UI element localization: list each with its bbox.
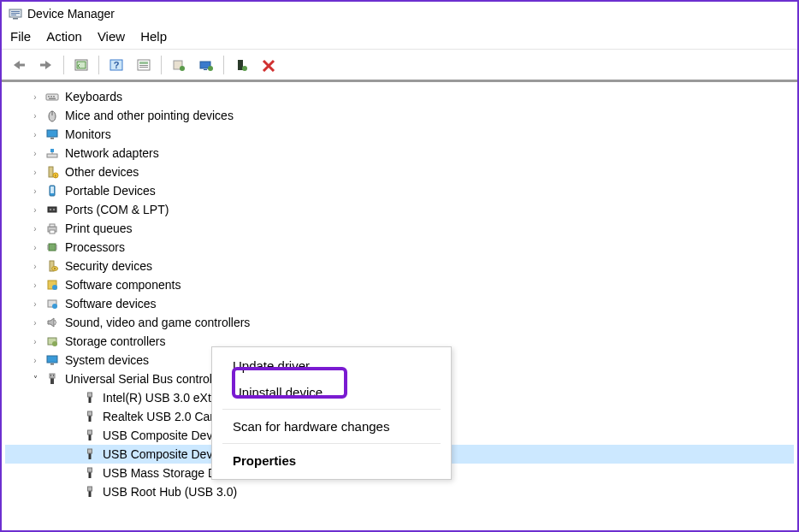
expand-chevron-icon[interactable]: › — [31, 205, 39, 215]
tree-device-label: USB Root Hub (USB 3.0) — [103, 485, 237, 499]
expand-chevron-icon[interactable]: › — [31, 281, 39, 290]
expand-chevron-icon[interactable]: › — [31, 92, 39, 102]
keyboard-icon — [44, 90, 60, 103]
tree-category[interactable]: ›Portable Devices — [5, 181, 794, 200]
tree-category-label: Network adapters — [65, 146, 159, 160]
menubar: File Action View Help — [2, 26, 797, 50]
tree-category[interactable]: ›Software devices — [5, 294, 794, 313]
tree-category-label: Processors — [65, 240, 125, 254]
svg-point-58 — [52, 304, 57, 309]
context-separator — [222, 409, 441, 410]
tree-category[interactable]: ›Monitors — [5, 125, 794, 144]
tree-category-label: Portable Devices — [65, 184, 156, 198]
tree-category[interactable]: ›!Other devices — [5, 163, 794, 181]
device-manager-icon — [9, 7, 22, 21]
swcomp-icon — [44, 278, 60, 292]
svg-rect-45 — [49, 244, 56, 251]
svg-rect-4 — [11, 15, 16, 15]
tree-device-label: Intel(R) USB 3.0 eXten — [103, 391, 224, 405]
tree-category-label: Other devices — [65, 165, 139, 179]
tree-category-label: Mice and other pointing devices — [65, 109, 234, 122]
usb-device-icon — [82, 429, 98, 442]
context-uninstall-device[interactable]: Uninstall device — [212, 379, 451, 405]
expand-chevron-icon[interactable]: › — [31, 356, 39, 365]
forward-button[interactable] — [34, 54, 58, 76]
tree-category[interactable]: ›Mice and other pointing devices — [5, 106, 794, 125]
context-menu: Update driver Uninstall device Scan for … — [211, 346, 452, 480]
svg-rect-34 — [49, 167, 53, 177]
scan-hardware-button[interactable] — [194, 54, 218, 76]
svg-rect-12 — [139, 62, 148, 64]
svg-rect-68 — [88, 393, 92, 397]
svg-rect-23 — [48, 96, 50, 98]
svg-rect-74 — [88, 449, 92, 453]
expand-chevron-icon[interactable]: › — [31, 318, 39, 328]
expand-chevron-icon[interactable]: › — [31, 299, 39, 309]
expand-chevron-icon[interactable]: › — [31, 149, 39, 158]
other-icon: ! — [44, 165, 60, 179]
expand-chevron-icon[interactable]: ˅ — [31, 375, 39, 384]
expand-chevron-icon[interactable]: › — [31, 130, 39, 139]
svg-rect-29 — [47, 130, 57, 137]
network-icon — [44, 146, 60, 160]
titlebar: Device Manager — [2, 2, 797, 26]
expand-chevron-icon[interactable]: › — [31, 224, 39, 233]
svg-rect-2 — [11, 11, 20, 12]
menu-help[interactable]: Help — [140, 29, 167, 44]
svg-rect-78 — [88, 487, 92, 491]
expand-chevron-icon[interactable]: › — [31, 337, 39, 346]
menu-action[interactable]: Action — [46, 29, 82, 44]
tree-category[interactable]: ›Processors — [5, 238, 794, 257]
show-hide-console-button[interactable] — [69, 54, 93, 76]
svg-rect-5 — [19, 63, 25, 66]
expand-chevron-icon[interactable]: › — [31, 168, 39, 177]
enable-device-button[interactable] — [229, 54, 253, 76]
tree-category[interactable]: ›Ports (COM & LPT) — [5, 200, 794, 219]
toolbar-separator — [161, 56, 162, 74]
action-button[interactable] — [132, 54, 156, 76]
svg-rect-44 — [50, 230, 55, 233]
system-icon — [44, 353, 60, 367]
update-driver-button[interactable] — [167, 54, 191, 76]
menu-view[interactable]: View — [98, 29, 125, 44]
back-button[interactable] — [7, 54, 31, 76]
svg-rect-39 — [48, 207, 56, 212]
svg-point-54 — [54, 268, 56, 269]
context-properties[interactable]: Properties — [212, 447, 451, 474]
svg-rect-73 — [89, 453, 92, 459]
expand-chevron-icon[interactable]: › — [31, 243, 39, 252]
tree-device-label: USB Composite Devic — [103, 429, 222, 442]
uninstall-device-button[interactable] — [257, 54, 281, 76]
svg-point-21 — [242, 66, 247, 71]
svg-rect-6 — [40, 63, 46, 66]
tree-category[interactable]: ›Network adapters — [5, 144, 794, 163]
toolbar-separator — [63, 56, 64, 74]
svg-rect-77 — [89, 491, 92, 497]
tree-category-label: Security devices — [65, 259, 152, 273]
tree-category[interactable]: ›Software components — [5, 275, 794, 294]
svg-rect-1 — [13, 18, 18, 20]
tree-category-label: Ports (COM & LPT) — [65, 203, 169, 216]
tree-category[interactable]: ›Print queues — [5, 219, 794, 238]
svg-rect-30 — [50, 138, 54, 139]
tree-category[interactable]: ›Security devices — [5, 257, 794, 275]
svg-point-16 — [180, 66, 185, 71]
expand-chevron-icon[interactable]: › — [31, 262, 39, 271]
menu-file[interactable]: File — [10, 29, 31, 44]
svg-rect-65 — [50, 375, 51, 376]
context-update-driver[interactable]: Update driver — [212, 352, 451, 379]
mouse-icon — [44, 109, 60, 122]
svg-point-56 — [52, 285, 57, 290]
tree-device[interactable]: USB Root Hub (USB 3.0) — [5, 482, 794, 501]
tree-category-label: Sound, video and game controllers — [65, 316, 250, 329]
svg-rect-76 — [88, 468, 92, 472]
context-scan-hardware[interactable]: Scan for hardware changes — [212, 413, 451, 440]
expand-chevron-icon[interactable]: › — [31, 111, 39, 121]
expand-chevron-icon[interactable]: › — [31, 186, 39, 196]
tree-category[interactable]: ›Keyboards — [5, 87, 794, 106]
help-button[interactable]: ? — [104, 54, 128, 76]
svg-rect-72 — [88, 430, 92, 434]
svg-rect-63 — [50, 378, 54, 384]
svg-rect-64 — [50, 374, 55, 378]
tree-category[interactable]: ›Sound, video and game controllers — [5, 313, 794, 332]
